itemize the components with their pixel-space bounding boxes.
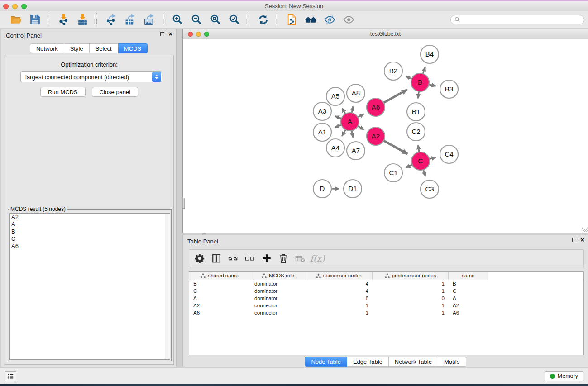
tab-mcds[interactable]: MCDS [118,43,148,53]
float-panel-icon[interactable] [160,32,164,36]
column-header-predecessor-nodes[interactable]: predecessor nodes [373,272,449,280]
graph-node-A1[interactable]: A1 [313,123,331,141]
gear-button[interactable] [193,252,206,265]
svg-text:A: A [348,118,352,125]
zoom-out-button[interactable] [187,13,206,26]
plus-button[interactable] [260,252,273,265]
graph-node-B2[interactable]: B2 [384,62,402,80]
table-tab-node-table[interactable]: Node Table [305,357,347,367]
graph-node-B3[interactable]: B3 [440,80,458,98]
table-row[interactable]: Bdominator41B [189,280,583,287]
memory-button[interactable]: Memory [545,371,583,381]
refresh-button[interactable] [253,13,272,26]
column-header-name[interactable]: name [449,272,488,280]
tab-style[interactable]: Style [64,43,90,53]
import-network-icon [58,14,69,25]
graph-node-A[interactable]: A [341,113,359,131]
svg-text:B4: B4 [425,50,434,58]
table-cell: 1 [373,310,449,315]
tab-select[interactable]: Select [90,43,118,53]
eye-icon [343,14,354,25]
run-mcds-button[interactable]: Run MCDS [40,87,86,97]
network-canvas[interactable]: B4B2BB3A8A5A6A3B1AA1C2A2A4A7C4CC1C3DD1 [183,39,588,233]
close-table-panel-icon[interactable]: × [580,238,584,242]
table-cell: 1 [306,303,373,308]
close-window-button[interactable] [3,4,9,9]
table-tab-network-table[interactable]: Network Table [389,357,438,367]
toolbar-separator [96,13,97,26]
float-table-panel-icon[interactable] [572,238,576,242]
window-resize-grip[interactable] [582,227,588,232]
table-tab-edge-table[interactable]: Edge Table [347,357,389,367]
close-panel-button[interactable]: Close panel [92,87,139,97]
fx-icon: f(x) [310,253,325,263]
import-table-button[interactable] [73,13,92,26]
columns-button[interactable] [210,252,223,265]
graph-node-A8[interactable]: A8 [347,84,365,102]
network-window-titlebar: testGlobe.txt [183,29,588,39]
table-cell: dominator [250,281,306,286]
search-input[interactable] [462,16,580,23]
graph-node-C3[interactable]: C3 [421,180,439,198]
zoom-selected-button[interactable] [225,13,244,26]
task-history-button[interactable] [5,371,16,381]
criterion-dropdown[interactable]: largest connected component (directed) [20,71,162,82]
mcds-result-item[interactable]: B [10,228,170,235]
graph-node-B[interactable]: B [411,73,429,91]
graph-node-A7[interactable]: A7 [347,142,365,160]
eye-slash-button[interactable] [320,13,339,26]
graph-node-C2[interactable]: C2 [407,123,425,141]
panel-splitter-handle[interactable] [182,198,185,209]
export-table-button[interactable] [120,13,139,26]
column-header-MCDS-role[interactable]: MCDS role [250,272,306,280]
graph-node-D[interactable]: D [313,180,331,198]
trash-button[interactable] [277,252,290,265]
zoom-fit-button[interactable] [206,13,225,26]
zoom-in-button[interactable] [168,13,187,26]
select-unchecked-button[interactable] [243,252,257,265]
graph-node-D1[interactable]: D1 [344,180,362,198]
maximize-window-button[interactable] [21,4,27,9]
network-file-button[interactable] [282,13,301,26]
mcds-result-item[interactable]: A2 [10,214,170,221]
select-checked-button[interactable] [226,252,240,265]
table-row[interactable]: A6connector11A6 [189,309,583,316]
home-button[interactable] [301,13,320,26]
graph-node-C[interactable]: C [411,152,430,170]
open-folder-button[interactable] [6,13,25,26]
desktop-background [0,384,588,386]
export-image-button[interactable] [139,13,158,26]
mcds-result-item[interactable]: A6 [10,243,170,250]
table-row[interactable]: Cdominator41C [189,287,583,295]
mcds-result-item[interactable]: A [10,221,170,228]
column-header-shared-name[interactable]: shared name [189,272,250,280]
tab-network[interactable]: Network [30,43,64,53]
export-network-button[interactable] [101,13,120,26]
eye-button[interactable] [339,13,358,26]
graph-node-B1[interactable]: B1 [407,103,425,121]
graph-node-C1[interactable]: C1 [384,164,402,182]
graph-node-A5[interactable]: A5 [326,87,344,105]
graph-node-C4[interactable]: C4 [440,145,458,163]
zoom-selected-icon [229,14,240,25]
close-panel-icon[interactable]: × [168,32,172,36]
column-header-successor-nodes[interactable]: successor nodes [306,272,373,280]
graph-node-A3[interactable]: A3 [313,102,331,120]
table-header-row: shared nameMCDS rolesuccessor nodesprede… [189,272,583,280]
zoom-in-icon [172,14,183,25]
import-network-button[interactable] [54,13,73,26]
minimize-window-button[interactable] [12,4,18,9]
table-row[interactable]: A2connector11A2 [189,302,583,309]
svg-text:A7: A7 [352,147,360,154]
table-row[interactable]: Adominator80A [189,295,583,302]
graph-node-A4[interactable]: A4 [326,139,344,157]
application-window: Session: New Session Control Panel × Net… [0,0,588,386]
graph-node-A2[interactable]: A2 [367,127,385,145]
save-floppy-button[interactable] [25,13,44,26]
mcds-result-item[interactable]: C [10,235,170,243]
graph-node-B4[interactable]: B4 [421,45,439,63]
table-cell: 4 [306,288,373,294]
search-box[interactable] [450,15,584,24]
graph-node-A6[interactable]: A6 [367,98,385,116]
table-tab-motifs[interactable]: Motifs [438,357,466,367]
